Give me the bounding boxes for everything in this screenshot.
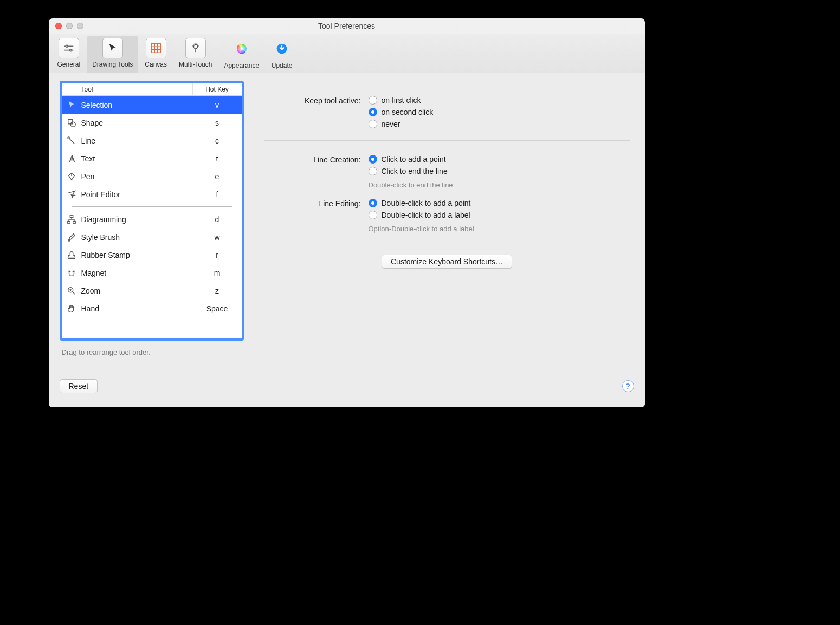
- tool-row[interactable]: Zoomz: [62, 282, 242, 300]
- svg-point-3: [70, 49, 72, 51]
- customize-shortcuts-button[interactable]: Customize Keyboard Shortcuts…: [382, 255, 512, 269]
- tool-hotkey: d: [193, 215, 242, 224]
- svg-rect-13: [68, 119, 72, 123]
- pen-icon: [62, 172, 81, 181]
- tool-hotkey: s: [193, 119, 242, 127]
- tab-drawing-tools[interactable]: Drawing Tools: [87, 36, 138, 73]
- setting-label: Line Editing:: [260, 199, 369, 233]
- svg-rect-19: [67, 221, 70, 223]
- titlebar: Tool Preferences: [49, 18, 645, 34]
- setting-line-creation: Line Creation: Click to add a pointClick…: [260, 155, 634, 189]
- tool-list[interactable]: Tool Hot Key SelectionvShapesLinecTexttP…: [60, 81, 244, 341]
- tool-row[interactable]: Magnetm: [62, 264, 242, 282]
- window-title: Tool Preferences: [49, 22, 645, 30]
- setting-line-editing: Line Editing: Double-click to add a poin…: [260, 199, 634, 233]
- radio-icon: [369, 199, 377, 207]
- magnet-icon: [62, 268, 81, 278]
- tab-label: Update: [272, 62, 293, 69]
- radio-label: on second click: [382, 108, 434, 116]
- tool-hotkey: z: [193, 287, 242, 295]
- radio-label: Click to end the line: [382, 167, 448, 175]
- color-wheel-icon: [231, 38, 253, 60]
- tool-row[interactable]: Point Editorf: [62, 185, 242, 203]
- tab-update[interactable]: Update: [266, 36, 298, 73]
- radio-icon: [369, 167, 377, 175]
- tab-label: Multi-Touch: [179, 61, 212, 68]
- radio-option[interactable]: Click to end the line: [369, 167, 453, 175]
- radio-option[interactable]: on first click: [369, 96, 434, 105]
- svg-rect-20: [73, 221, 75, 223]
- shape-icon: [62, 118, 81, 128]
- radio-option[interactable]: Click to add a point: [369, 155, 453, 164]
- tab-label: Canvas: [145, 61, 167, 68]
- brush-icon: [62, 232, 81, 242]
- radio-icon: [369, 155, 377, 164]
- helper-text: Double-click to end the line: [369, 181, 453, 189]
- line-icon: [62, 136, 81, 146]
- svg-rect-18: [70, 215, 73, 217]
- tool-name: Magnet: [81, 269, 193, 277]
- svg-point-21: [68, 239, 70, 241]
- radio-label: Double-click to add a label: [382, 211, 470, 219]
- text-icon: [62, 154, 81, 164]
- svg-point-14: [70, 122, 75, 127]
- tool-name: Text: [81, 154, 193, 163]
- tool-hotkey: r: [193, 251, 242, 259]
- tool-row[interactable]: HandSpace: [62, 300, 242, 317]
- setting-label: Line Creation:: [260, 155, 369, 189]
- tool-name: Shape: [81, 119, 193, 127]
- tool-row[interactable]: Selectionv: [62, 96, 242, 114]
- radio-option[interactable]: Double-click to add a point: [369, 199, 474, 207]
- tab-appearance[interactable]: Appearance: [218, 36, 264, 73]
- tool-list-header: Tool Hot Key: [62, 83, 242, 96]
- tool-hotkey: Space: [193, 304, 242, 313]
- svg-line-16: [69, 138, 74, 144]
- tool-row[interactable]: Pene: [62, 167, 242, 185]
- tab-multitouch[interactable]: Multi-Touch: [173, 36, 217, 73]
- traffic-lights: [49, 23, 83, 29]
- radio-option[interactable]: Double-click to add a label: [369, 211, 474, 219]
- tool-row[interactable]: Linec: [62, 132, 242, 149]
- tool-hotkey: c: [193, 136, 242, 145]
- tool-row[interactable]: Shapes: [62, 114, 242, 132]
- tool-hotkey: m: [193, 269, 242, 277]
- tab-canvas[interactable]: Canvas: [139, 36, 172, 73]
- tab-label: Appearance: [224, 62, 259, 69]
- zoom-icon[interactable]: [77, 23, 83, 29]
- helper-text: Option-Double-click to add a label: [369, 225, 474, 233]
- tool-name: Diagramming: [81, 215, 193, 224]
- setting-keep-active: Keep tool active: on first clickon secon…: [260, 96, 634, 128]
- tool-row[interactable]: Rubber Stampr: [62, 246, 242, 264]
- tool-name: Selection: [81, 101, 193, 109]
- tool-hotkey: v: [193, 101, 242, 109]
- radio-option[interactable]: never: [369, 120, 434, 128]
- tool-row[interactable]: Style Brushw: [62, 228, 242, 246]
- tool-row[interactable]: Textt: [62, 149, 242, 167]
- col-header-hotkey[interactable]: Hot Key: [193, 86, 242, 93]
- tool-name: Line: [81, 136, 193, 145]
- hand-icon: [62, 304, 81, 314]
- tool-hotkey: f: [193, 190, 242, 199]
- radio-icon: [369, 120, 377, 128]
- prefs-toolbar: General Drawing Tools Canvas Multi-Touch: [49, 34, 645, 73]
- touch-icon: [185, 38, 206, 58]
- help-button[interactable]: ?: [622, 380, 634, 392]
- col-header-tool[interactable]: Tool: [81, 83, 193, 95]
- close-icon[interactable]: [55, 23, 62, 29]
- tool-hotkey: e: [193, 172, 242, 181]
- tool-hotkey: t: [193, 154, 242, 163]
- diagram-icon: [62, 214, 81, 224]
- svg-line-26: [72, 291, 75, 294]
- cursor-icon: [102, 38, 123, 58]
- radio-option[interactable]: on second click: [369, 108, 434, 116]
- radio-label: Double-click to add a point: [382, 199, 471, 207]
- tool-name: Zoom: [81, 287, 193, 295]
- reset-button[interactable]: Reset: [60, 379, 98, 393]
- setting-label: Keep tool active:: [260, 96, 369, 128]
- minimize-icon[interactable]: [66, 23, 73, 29]
- radio-icon: [369, 211, 377, 219]
- tab-general[interactable]: General: [52, 36, 86, 73]
- stamp-icon: [62, 250, 81, 260]
- radio-icon: [369, 96, 377, 105]
- tool-row[interactable]: Diagrammingd: [62, 210, 242, 228]
